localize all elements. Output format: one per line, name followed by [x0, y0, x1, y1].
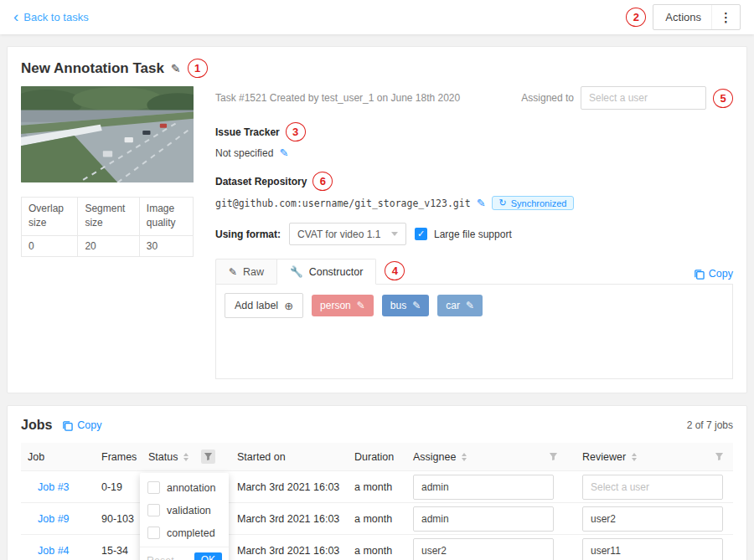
table-row: Job #4 15-34 March 3rd 2021 16:03 a mont… [21, 535, 733, 560]
col-assignee[interactable]: Assignee [406, 450, 576, 464]
col-reviewer[interactable]: Reviewer [576, 450, 733, 464]
plus-circle-icon: ⊕ [284, 300, 293, 312]
format-select[interactable]: CVAT for video 1.1 [289, 223, 406, 245]
filter-status-icon[interactable] [201, 450, 215, 464]
synchronized-badge: ↻ Synchronized [492, 196, 575, 210]
chevron-down-icon [391, 232, 398, 236]
frames-value: 15-34 [95, 545, 142, 557]
task-details-card: New Annotation Task ✎ 1 [7, 46, 747, 393]
edit-title-icon[interactable]: ✎ [171, 62, 181, 75]
col-job[interactable]: Job [21, 451, 95, 463]
edit-label-bus-icon[interactable]: ✎ [412, 300, 421, 311]
task-title: New Annotation Task [21, 60, 164, 77]
sync-icon: ↻ [499, 198, 507, 208]
frames-value: 0-19 [95, 481, 142, 493]
edit-issue-tracker-icon[interactable]: ✎ [279, 146, 288, 159]
filter-assignee-icon[interactable] [546, 450, 560, 464]
reviewer-input[interactable] [582, 475, 723, 500]
filter-ok-button[interactable]: OK [194, 552, 222, 560]
filter-option-label: validation [167, 505, 211, 516]
started-value: March 3rd 2021 16:03 [230, 481, 348, 493]
assignee-input[interactable] [413, 475, 554, 500]
assignee-input[interactable] [413, 538, 554, 560]
reviewer-input[interactable] [582, 538, 723, 560]
raw-tab-label: Raw [243, 266, 264, 278]
assigned-to-label: Assigned to [521, 92, 574, 104]
task-body: Overlap size Segment size Image quality … [21, 86, 733, 379]
copy-jobs-link[interactable]: Copy [62, 419, 101, 431]
label-bus-name: bus [390, 300, 406, 311]
param-value-overlap: 0 [22, 235, 78, 256]
edit-label-car-icon[interactable]: ✎ [466, 300, 474, 311]
col-status[interactable]: Status [142, 450, 230, 464]
edit-repository-icon[interactable]: ✎ [477, 197, 486, 209]
label-constructor-panel: Add label ⊕ person ✎ bus ✎ car ✎ [215, 284, 733, 379]
copy-labels-link[interactable]: Copy [694, 268, 733, 280]
validation-checkbox[interactable] [147, 504, 160, 516]
filter-reset-button[interactable]: Reset [147, 555, 174, 560]
filter-option-completed[interactable]: completed [140, 521, 229, 544]
copy-icon [62, 420, 73, 431]
actions-button[interactable]: Actions ⋮ [653, 4, 741, 30]
task-assignee-input[interactable] [581, 86, 706, 110]
frames-value: 90-103 [95, 513, 142, 525]
assigned-to-group: Assigned to 5 [521, 86, 733, 110]
filter-option-label: annotation [167, 482, 215, 494]
assignee-input[interactable] [413, 506, 554, 532]
annotation-circle-1: 1 [188, 59, 208, 78]
large-file-support-label: Large file support [434, 229, 512, 240]
filter-option-validation[interactable]: validation [140, 499, 229, 521]
issue-tracker-value: Not specified [215, 147, 273, 159]
col-started-on[interactable]: Started on [230, 451, 348, 463]
sort-status-icon[interactable] [183, 453, 188, 461]
label-tag-car[interactable]: car ✎ [437, 295, 483, 316]
back-to-tasks-link[interactable]: ‹ Back to tasks [13, 10, 89, 24]
job-link[interactable]: Job #3 [28, 481, 70, 493]
tab-raw[interactable]: ✎ Raw [215, 259, 276, 285]
more-options-icon[interactable]: ⋮ [711, 5, 740, 29]
using-format-row: Using format: CVAT for video 1.1 ✓ Large… [215, 223, 733, 245]
col-frames[interactable]: Frames [95, 451, 142, 463]
sort-reviewer-icon[interactable] [632, 453, 637, 461]
task-title-row: New Annotation Task ✎ 1 [21, 59, 733, 78]
annotation-checkbox[interactable] [147, 481, 160, 494]
repository-url: git@github.com:username/git_storage_v123… [215, 198, 471, 209]
copy-labels-label: Copy [709, 268, 733, 280]
table-row: Job #3 0-19 March 3rd 2021 16:03 a month [21, 471, 733, 503]
started-value: March 3rd 2021 16:03 [230, 545, 348, 557]
labels-tabs-bar: ✎ Raw 🔧 Constructor 4 Copy [215, 259, 733, 285]
reviewer-input[interactable] [582, 506, 723, 532]
issue-tracker-block: Issue Tracker 3 Not specified ✎ [215, 122, 733, 159]
label-tag-bus[interactable]: bus ✎ [382, 295, 429, 316]
jobs-table: Job Frames Status Started on Duration As… [21, 443, 733, 560]
format-select-value: CVAT for video 1.1 [297, 229, 380, 240]
task-meta-text: Task #1521 Created by test_user_1 on Jun… [215, 86, 460, 104]
completed-checkbox[interactable] [147, 527, 160, 539]
add-label-text: Add label [235, 300, 278, 311]
filter-footer: Reset OK [140, 547, 229, 560]
filter-reviewer-icon[interactable] [712, 450, 726, 464]
task-meta-row: Task #1521 Created by test_user_1 on Jun… [215, 86, 733, 110]
sort-assignee-icon[interactable] [462, 453, 467, 461]
label-person-name: person [320, 300, 351, 311]
raw-tab-icon: ✎ [229, 266, 237, 278]
dataset-repository-block: Dataset Repository 6 git@github.com:user… [215, 172, 733, 210]
label-tag-person[interactable]: person ✎ [312, 295, 374, 316]
filter-option-annotation[interactable]: annotation [140, 476, 229, 499]
jobs-table-header: Job Frames Status Started on Duration As… [21, 443, 733, 471]
edit-label-person-icon[interactable]: ✎ [357, 300, 365, 311]
back-chevron-icon: ‹ [13, 8, 18, 24]
duration-value: a month [348, 513, 406, 525]
annotation-circle-4: 4 [385, 261, 405, 280]
param-value-segment: 20 [78, 235, 139, 256]
large-file-support-checkbox[interactable]: ✓ [415, 228, 427, 240]
col-duration[interactable]: Duration [348, 451, 406, 463]
add-label-button[interactable]: Add label ⊕ [225, 293, 303, 318]
dataset-repository-label: Dataset Repository [215, 176, 307, 188]
tab-constructor[interactable]: 🔧 Constructor [276, 259, 376, 285]
param-header-quality: Image quality [139, 198, 193, 236]
job-link[interactable]: Job #4 [28, 545, 70, 557]
job-link[interactable]: Job #9 [28, 513, 70, 525]
actions-label: Actions [653, 11, 711, 23]
annotation-circle-5: 5 [713, 89, 733, 108]
